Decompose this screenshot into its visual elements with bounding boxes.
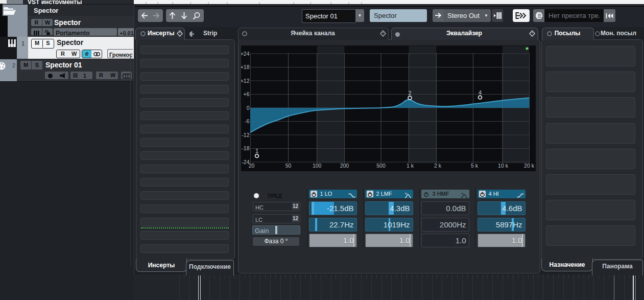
svg-text:1 k: 1 k xyxy=(407,163,414,169)
svg-text:+12: +12 xyxy=(241,78,250,84)
svg-text:50: 50 xyxy=(285,163,292,169)
svg-text:+6: +6 xyxy=(244,91,250,97)
svg-text:2: 2 xyxy=(408,90,411,96)
svg-text:500: 500 xyxy=(376,163,386,169)
svg-text:-6: -6 xyxy=(245,118,249,124)
svg-text:0: 0 xyxy=(247,105,250,111)
svg-text:20 k: 20 k xyxy=(524,163,535,169)
svg-text:-12: -12 xyxy=(242,132,249,138)
svg-text:+18: +18 xyxy=(241,64,250,70)
svg-text:-18: -18 xyxy=(242,145,249,151)
svg-text:10 k: 10 k xyxy=(498,163,509,169)
svg-text:200: 200 xyxy=(340,163,349,169)
svg-text:100: 100 xyxy=(313,163,322,169)
svg-text:4: 4 xyxy=(479,89,482,96)
svg-text:5 k: 5 k xyxy=(471,163,479,169)
svg-text:2 k: 2 k xyxy=(434,163,442,169)
svg-text:1: 1 xyxy=(255,148,258,154)
svg-text:+24: +24 xyxy=(241,51,250,57)
svg-text:20: 20 xyxy=(249,163,255,169)
